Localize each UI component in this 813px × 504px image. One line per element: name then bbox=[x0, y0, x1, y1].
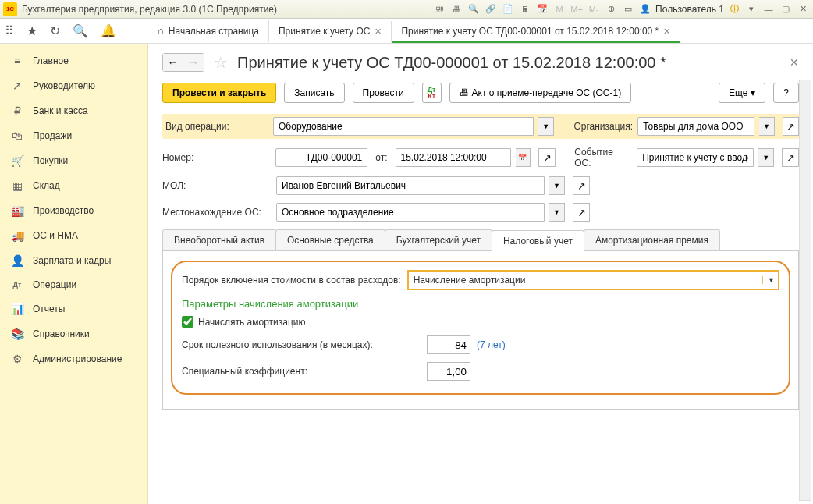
label-mol: МОЛ: bbox=[162, 180, 272, 191]
m-minus-icon[interactable]: M- bbox=[587, 2, 601, 16]
link-icon[interactable]: 🔗 bbox=[484, 2, 498, 16]
close-page[interactable]: ✕ bbox=[790, 56, 799, 69]
tab-label: Принятие к учету ОС bbox=[279, 26, 370, 37]
open-ref-button[interactable]: ↗ bbox=[538, 148, 556, 167]
sidebar-label: Зарплата и кадры bbox=[33, 255, 111, 266]
sidebar-item-production[interactable]: 🏭Производство bbox=[0, 198, 147, 223]
sidebar-item-manager[interactable]: ↗Руководителю bbox=[0, 73, 147, 98]
dropdown-button[interactable]: ▼ bbox=[549, 176, 565, 195]
search-icon[interactable]: 🔍 bbox=[73, 23, 88, 38]
page-tabs: ⌂ Начальная страница Принятие к учету ОС… bbox=[148, 19, 813, 43]
calendar-button[interactable]: 📅 bbox=[516, 148, 531, 167]
sidebar-label: Покупки bbox=[33, 155, 68, 166]
tab-tax[interactable]: Налоговый учет bbox=[492, 230, 584, 251]
favorite-star[interactable]: ☆ bbox=[214, 53, 228, 72]
act-label: Акт о приеме-передаче ОС (ОС-1) bbox=[472, 87, 622, 98]
input-date[interactable] bbox=[396, 148, 511, 167]
tab-label: Принятие к учету ОС ТД00-000001 от 15.02… bbox=[401, 26, 659, 37]
doc-icon[interactable]: 📄 bbox=[501, 2, 515, 16]
home-icon: ⌂ bbox=[158, 25, 164, 37]
select-order[interactable]: Начисление амортизации ▼ bbox=[407, 270, 779, 290]
tab-home[interactable]: ⌂ Начальная страница bbox=[148, 20, 269, 43]
input-org[interactable] bbox=[637, 117, 754, 136]
input-event[interactable] bbox=[637, 148, 754, 167]
tab-noncurrent[interactable]: Внеоборотный актив bbox=[162, 229, 276, 250]
dropdown-button[interactable]: ▼ bbox=[538, 117, 553, 136]
tab-item[interactable]: Принятие к учету ОС ✕ bbox=[269, 21, 392, 43]
open-ref-button[interactable]: ↗ bbox=[573, 176, 590, 195]
row-coef: Специальный коэффициент: bbox=[182, 362, 779, 381]
print-icon[interactable]: 🖶 bbox=[449, 2, 463, 16]
dropdown-icon[interactable]: ▾ bbox=[744, 2, 758, 16]
row-mol: МОЛ: ▼ ↗ bbox=[162, 176, 799, 195]
close-button[interactable]: ✕ bbox=[796, 2, 810, 16]
sidebar-item-purchases[interactable]: 🛒Покупки bbox=[0, 148, 147, 173]
titlebar: 1C Бухгалтерия предприятия, редакция 3.0… bbox=[0, 0, 813, 19]
tab-assets[interactable]: Основные средства bbox=[275, 229, 385, 250]
dropdown-button[interactable]: ▼ bbox=[759, 117, 774, 136]
more-button[interactable]: Еще ▾ bbox=[719, 83, 765, 103]
label-from: от: bbox=[375, 152, 387, 163]
input-mol[interactable] bbox=[276, 176, 545, 195]
open-ref-button[interactable]: ↗ bbox=[573, 203, 590, 222]
post-and-close-button[interactable]: Провести и закрыть bbox=[162, 83, 276, 103]
sidebar-item-assets[interactable]: 🚚ОС и НМА bbox=[0, 223, 147, 248]
input-coef[interactable] bbox=[427, 362, 470, 381]
tab-label: Начальная страница bbox=[169, 26, 259, 37]
info-icon[interactable]: ⓘ bbox=[727, 2, 741, 16]
sidebar-item-main[interactable]: ≡Главное bbox=[0, 48, 147, 73]
minimize-button[interactable]: — bbox=[762, 2, 776, 16]
input-number[interactable] bbox=[275, 148, 367, 167]
input-life[interactable] bbox=[427, 335, 470, 354]
titlebar-icon[interactable]: 🖳 bbox=[432, 2, 446, 16]
history-icon[interactable]: ↻ bbox=[50, 23, 60, 38]
nav-forward[interactable]: → bbox=[183, 54, 204, 71]
label-location: Местонахождение ОС: bbox=[162, 207, 272, 218]
sidebar-item-bank[interactable]: ₽Банк и касса bbox=[0, 98, 147, 123]
sidebar-item-salary[interactable]: 👤Зарплата и кадры bbox=[0, 248, 147, 273]
m-plus-icon[interactable]: M+ bbox=[570, 2, 584, 16]
sidebar-item-reports[interactable]: 📊Отчеты bbox=[0, 296, 147, 321]
sidebar-item-admin[interactable]: ⚙Администрирование bbox=[0, 346, 147, 371]
act-button[interactable]: 🖶 Акт о приеме-передаче ОС (ОС-1) bbox=[449, 83, 632, 103]
sidebar-item-refs[interactable]: 📚Справочники bbox=[0, 321, 147, 346]
star-icon[interactable]: ★ bbox=[27, 23, 37, 38]
dropdown-button[interactable]: ▼ bbox=[758, 148, 774, 167]
zoom-icon[interactable]: ⊕ bbox=[604, 2, 618, 16]
tab-item-active[interactable]: Принятие к учету ОС ТД00-000001 от 15.02… bbox=[392, 21, 680, 43]
calc-icon[interactable]: 🖩 bbox=[518, 2, 532, 16]
sidebar-label: Справочники bbox=[33, 328, 90, 339]
content: ← → ☆ Принятие к учету ОС ТД00-000001 от… bbox=[148, 44, 813, 504]
post-button[interactable]: Провести bbox=[353, 83, 414, 103]
save-button[interactable]: Записать bbox=[284, 83, 344, 103]
input-operation[interactable] bbox=[273, 117, 534, 136]
sidebar-item-stock[interactable]: ▦Склад bbox=[0, 173, 147, 198]
calendar-icon[interactable]: 📅 bbox=[535, 2, 549, 16]
label-number: Номер: bbox=[162, 152, 271, 163]
nav-back[interactable]: ← bbox=[163, 54, 183, 71]
close-icon[interactable]: ✕ bbox=[375, 27, 382, 37]
close-icon[interactable]: ✕ bbox=[663, 27, 670, 37]
input-location[interactable] bbox=[276, 203, 545, 222]
open-ref-button[interactable]: ↗ bbox=[783, 117, 799, 136]
print-icon: 🖶 bbox=[460, 87, 469, 98]
maximize-button[interactable]: ▢ bbox=[779, 2, 793, 16]
sidebar-label: ОС и НМА bbox=[33, 230, 78, 241]
dtkt-button[interactable]: ДтКт bbox=[422, 83, 442, 103]
checkbox-amort[interactable]: Начислять амортизацию bbox=[182, 316, 779, 328]
checkbox-input[interactable] bbox=[182, 316, 193, 328]
user-icon[interactable]: 👤 bbox=[638, 2, 652, 16]
tab-premium[interactable]: Амортизационная премия bbox=[584, 229, 720, 250]
scrollbar[interactable] bbox=[799, 80, 811, 501]
search-icon[interactable]: 🔍 bbox=[467, 2, 481, 16]
bell-icon[interactable]: 🔔 bbox=[101, 23, 116, 38]
help-button[interactable]: ? bbox=[773, 83, 799, 103]
sidebar-item-sales[interactable]: 🛍Продажи bbox=[0, 123, 147, 148]
tab-accounting[interactable]: Бухгалтерский учет bbox=[385, 229, 492, 250]
m-icon[interactable]: M bbox=[552, 2, 566, 16]
apps-icon[interactable]: ⠿ bbox=[5, 23, 14, 38]
dropdown-button[interactable]: ▼ bbox=[549, 203, 565, 222]
open-ref-button[interactable]: ↗ bbox=[782, 148, 799, 167]
sidebar-item-ops[interactable]: ДтОперации bbox=[0, 273, 147, 296]
panel-icon[interactable]: ▭ bbox=[621, 2, 635, 16]
